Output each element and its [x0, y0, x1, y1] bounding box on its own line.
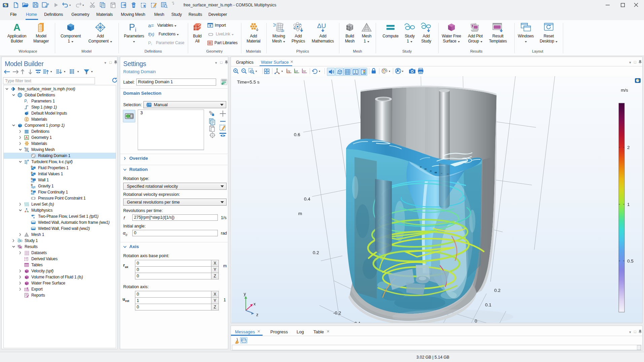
svg-text:1: 1	[627, 202, 630, 207]
svg-text:P: P	[24, 99, 27, 103]
svg-text:D: D	[31, 178, 33, 180]
svg-text:0.5: 0.5	[627, 259, 634, 264]
svg-text:e-12: e-12	[24, 259, 29, 261]
svg-text:0.1: 0.1	[485, 302, 492, 307]
svg-text:0: 0	[475, 319, 477, 323]
svg-text:i: i	[27, 101, 28, 103]
svg-text:Time=5.5 s: Time=5.5 s	[237, 80, 260, 85]
svg-text:2: 2	[627, 145, 630, 150]
svg-text:m/s: m/s	[621, 88, 628, 93]
svg-text:-0.2: -0.2	[333, 310, 341, 315]
svg-text:D: D	[31, 190, 33, 192]
svg-text:f(x): f(x)	[148, 32, 154, 37]
svg-text:D: D	[31, 165, 33, 168]
svg-text:P: P	[129, 22, 135, 32]
svg-text:A: A	[13, 22, 21, 32]
svg-text:DG: DG	[32, 181, 34, 183]
svg-text:D: D	[31, 184, 33, 186]
svg-text:x: x	[253, 301, 256, 306]
svg-text:i: i	[151, 42, 152, 46]
svg-text:0.2: 0.2	[313, 250, 319, 255]
svg-text:i: i	[135, 27, 136, 32]
svg-text:a=: a=	[148, 23, 154, 28]
svg-text:0.4: 0.4	[304, 197, 310, 202]
svg-text:P: P	[148, 40, 151, 46]
svg-text:DG: DG	[32, 192, 34, 194]
svg-text:m: m	[298, 211, 302, 216]
svg-text:ΔU: ΔU	[317, 22, 326, 29]
svg-text:z: z	[256, 312, 259, 317]
svg-text:y: y	[244, 291, 246, 296]
svg-text:xz: xz	[303, 69, 306, 72]
svg-text:D: D	[31, 172, 33, 174]
svg-text:0.2: 0.2	[494, 288, 501, 293]
svg-text:yz: yz	[295, 69, 298, 72]
svg-text:0.6: 0.6	[294, 132, 300, 137]
svg-text:0.1: 0.1	[354, 321, 361, 323]
svg-text:xy: xy	[287, 69, 290, 72]
